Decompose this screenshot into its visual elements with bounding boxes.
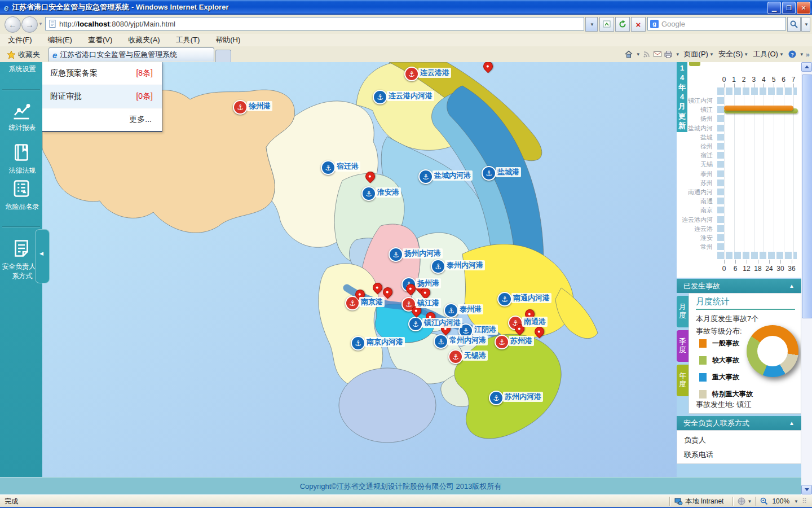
refresh-button[interactable] [615,17,630,32]
tab-active[interactable]: e 江苏省港口安全监管与应急管理系统 [48,47,214,62]
sidebar-item-3[interactable]: 法律法规 [0,166,45,176]
port-anchor-icon[interactable]: ⚓ [351,336,365,351]
popup-menu-item[interactable]: 应急预案备案[8条] [42,62,162,85]
menu-item[interactable]: 帮助(H) [208,34,248,46]
port-label[interactable]: 泰州港 [458,304,483,314]
port-label[interactable]: 泰州内河港 [445,260,485,270]
menu-item[interactable]: 查看(V) [80,34,120,46]
port-label[interactable]: 徐州港 [247,101,272,111]
sidebar-item-4[interactable]: 危险品名录 [0,202,45,212]
port-anchor-icon[interactable]: ⚓ [361,186,376,201]
port-anchor-icon[interactable]: ⚓ [495,335,509,349]
port-anchor-icon[interactable]: ⚓ [321,160,336,175]
port-anchor-icon[interactable]: ⚓ [448,349,463,364]
port-label[interactable]: 盐城内河港 [433,170,473,181]
sidebar-collapse-tab[interactable] [35,229,50,283]
port-anchor-icon[interactable]: ⚓ [431,259,445,274]
scroll-down-button[interactable] [801,485,812,494]
url-field[interactable]: http://localhost:8080/yjpt/Main.html [45,17,584,30]
forward-button[interactable]: → [21,16,38,33]
printer-icon[interactable] [664,50,673,59]
overflow-chevron-icon[interactable]: » [806,50,810,59]
menu-item[interactable]: 文件(F) [0,34,40,46]
accident-tab-3[interactable]: 年 度 [677,365,689,396]
port-anchor-icon[interactable]: ⚓ [233,100,248,115]
port-label[interactable]: 镇江港 [416,298,441,308]
history-dropdown-icon[interactable]: ▼ [38,21,43,27]
port-label[interactable]: 淮安港 [376,187,401,198]
port-label[interactable]: 无锡港 [462,351,488,361]
port-label[interactable]: 连云港港 [418,68,451,78]
print-dropdown-icon[interactable]: ▼ [676,52,680,57]
port-label[interactable]: 扬州港 [416,278,441,288]
popup-more-link[interactable]: 更多... [42,108,162,131]
protected-dropdown-icon[interactable]: ▼ [747,499,752,504]
search-button[interactable] [787,17,801,32]
port-label[interactable]: 连云港内河港 [387,91,434,101]
protected-mode-icon[interactable] [737,497,746,506]
contact-panel-header[interactable]: 安全负责人联系方式 ▲ [677,416,801,430]
port-anchor-icon[interactable]: ⚓ [408,317,423,331]
compatibility-button[interactable] [599,17,614,32]
port-label[interactable]: 南通内河港 [511,293,551,303]
port-anchor-icon[interactable]: ⚓ [444,303,458,318]
minimize-button[interactable]: ▁ [767,2,781,14]
help-icon[interactable]: ? [788,50,797,59]
url-dropdown-button[interactable]: ▼ [585,17,598,32]
collapse-up-icon[interactable]: ▲ [789,420,795,426]
close-button[interactable]: ✕ [797,2,810,14]
home-dropdown-icon[interactable]: ▼ [636,52,641,57]
zoom-level[interactable]: 100% [772,497,789,505]
port-label[interactable]: 南通港 [522,317,548,327]
port-anchor-icon[interactable]: ⚓ [389,247,403,262]
accident-panel-header[interactable]: 已发生事故 ▲ [677,279,801,293]
accident-tab-2[interactable]: 季 度 [677,330,689,362]
command-button[interactable]: 工具(O)▼ [751,49,786,59]
command-button[interactable]: 安全(S)▼ [716,49,751,59]
zoom-dropdown-icon[interactable]: ▼ [794,499,798,504]
port-label[interactable]: 南京内河港 [365,337,405,347]
stop-button[interactable]: × [631,17,646,32]
collapse-arrow-icon[interactable]: ◀ [39,251,43,256]
port-label[interactable]: 苏州内河港 [503,392,543,402]
sidebar-item-1[interactable]: 系统设置 [0,64,45,74]
search-dropdown-button[interactable]: ▼ [801,17,810,32]
port-label[interactable]: 盐城港 [496,167,521,177]
port-label[interactable]: 苏州港 [509,336,534,346]
command-button[interactable]: 页面(P)▼ [682,49,716,59]
sidebar-item-2[interactable]: 统计报表 [0,123,45,133]
port-label[interactable]: 常州内河港 [448,335,488,345]
back-button[interactable]: ← [5,16,21,33]
port-anchor-icon[interactable]: ⚓ [404,67,419,81]
rss-icon[interactable] [642,50,651,59]
port-anchor-icon[interactable]: ⚓ [497,292,512,306]
google-icon: g [650,20,659,28]
port-anchor-icon[interactable]: ⚓ [418,169,433,184]
port-anchor-icon[interactable]: ⚓ [489,391,504,405]
port-label[interactable]: 江阴港 [473,325,498,335]
menu-item[interactable]: 工具(T) [168,34,208,46]
port-anchor-icon[interactable]: ⚓ [482,166,496,181]
scrollbar-thumb[interactable] [802,75,812,318]
mail-icon[interactable] [653,50,662,59]
accident-tab-1[interactable]: 月 度 [677,296,689,327]
port-label[interactable]: 镇江内河港 [422,318,462,328]
port-anchor-icon[interactable]: ⚓ [373,90,387,104]
maximize-button[interactable]: ❐ [782,2,796,14]
port-anchor-icon[interactable]: ⚓ [434,334,448,349]
help-dropdown-icon[interactable]: ▼ [800,52,804,57]
favorites-button[interactable]: 收藏夹 [3,49,43,61]
home-icon[interactable] [624,50,633,59]
port-label[interactable]: 扬州内河港 [403,248,443,259]
port-label[interactable]: 南京港 [359,297,385,307]
menu-item[interactable]: 编辑(E) [40,34,80,46]
vertical-scrollbar[interactable] [801,62,812,494]
popup-menu-item[interactable]: 附证审批[0条] [42,85,162,108]
port-label[interactable]: 宿迁港 [335,161,360,172]
menu-item[interactable]: 收藏夹(A) [120,34,167,46]
collapse-up-icon[interactable]: ▲ [789,283,795,289]
scroll-up-button[interactable] [801,62,812,72]
search-box[interactable]: g Google [647,17,786,30]
zoom-icon[interactable] [760,497,769,506]
new-tab-button[interactable] [215,50,231,62]
